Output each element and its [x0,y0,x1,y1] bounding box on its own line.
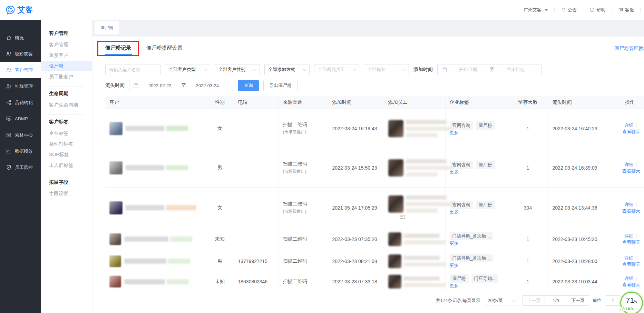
detail-link[interactable]: 详细 [624,255,633,261]
tab-zombie-fan-records[interactable]: 僵尸粉记录 [105,45,131,57]
view-chat-link[interactable]: 查看聊天 [622,208,640,213]
table-row: 未知 18630802346 扫描二维码 2022-03-23 07:33:18… [105,272,644,291]
divider: | [636,233,637,239]
sidebar-item-admp[interactable]: ADMP [0,111,41,127]
zombie-fan-guide-link[interactable]: 僵尸粉管理教程 [614,46,644,52]
submenu-item-duplicate-customers[interactable]: 重复客户 [49,50,92,61]
logo-bubble-icon [6,5,15,15]
page-ratio: 1/9 [545,295,567,306]
phone-value: 18630802346 [234,272,279,291]
help-button[interactable]: 帮助 [583,7,612,13]
customer-type-select[interactable]: 全部客户类型 [165,64,210,75]
col-header-added-time: 添加时间 [328,96,384,109]
sidebar-item-label: 素材中心 [15,132,33,138]
submenu-item-sop-tags[interactable]: SOP标签 [49,149,92,160]
view-chat-link[interactable]: 查看聊天 [622,282,640,287]
detail-link[interactable]: 详细 [624,202,633,207]
customer-gender-select[interactable]: 全部客户性别 [215,64,260,75]
detail-link[interactable]: 详细 [624,123,633,128]
submenu-item-customer-management[interactable]: 客户管理 [49,39,92,50]
next-page-button[interactable]: 下一页 [567,295,589,306]
sidebar-item-label: 概况 [15,35,24,41]
more-tags-link[interactable]: 更多 [450,283,459,288]
customer-name-blur [126,205,196,210]
customer-name-input[interactable] [105,64,160,75]
sidebar-item-acquisition[interactable]: 吸粉获客 [0,46,41,62]
announcements-button[interactable]: 公告 [555,7,583,13]
tag-pill: 官网咨询 [450,201,473,209]
customer-avatar-blur [109,233,121,245]
goto-page-input[interactable] [605,295,621,306]
submenu-item-field-settings[interactable]: 字段设置 [49,188,92,199]
content-tabs: 僵尸粉记录 僵尸粉提醒设置 僵尸粉管理教程 [105,45,644,64]
sidebar-item-risk-control[interactable]: 员工风控 [0,159,41,175]
sidebar-item-performance[interactable]: 数据绩效 [0,143,41,159]
added-time-value: 2022-03-23 07:35:20 [328,228,384,250]
submenu-item-corp-tags[interactable]: 企业标签 [49,128,92,139]
select-value: 全部客户类型 [169,67,196,73]
customer-avatar-blur [109,255,121,267]
download-progress-widget[interactable]: 71% ↓ 0.1K/s [620,292,643,313]
tag-pill: 僵尸粉 [450,274,469,283]
submenu-item-zombie-fans[interactable]: 僵尸粉 [41,61,92,71]
customer-name-blur [126,165,188,170]
search-button[interactable]: 查询 [238,80,259,91]
chevron-down-icon [253,67,257,71]
customer-avatar-blur [109,122,123,135]
phone-value [234,109,279,148]
view-chat-link[interactable]: 查看聊天 [622,168,640,173]
detail-link[interactable]: 详细 [624,162,633,167]
owner-employee-select[interactable]: 全部所属员工 [314,64,359,75]
sidebar-item-materials[interactable]: 素材中心 [0,127,41,143]
page-tab-zombie-fans[interactable]: 僵尸粉 [95,21,119,34]
view-chat-link[interactable]: 查看聊天 [622,129,640,134]
tab-zombie-fan-reminder-settings[interactable]: 僵尸粉提醒设置 [146,45,183,57]
support-button[interactable]: 客服 [612,7,640,13]
more-tags-link[interactable]: 更多 [450,241,459,246]
retention-days-value: 1 [508,228,548,250]
submenu-item-employee-deleted[interactable]: 员工删客户 [49,71,92,82]
divider: | [636,202,637,207]
export-zombie-fans-button[interactable]: 导出僵尸粉 [263,80,297,91]
main-content-card: 僵尸粉记录 僵尸粉提醒设置 僵尸粉管理教程 全部客户类型 全部客户性别 全部添加… [92,37,644,313]
employee-blur [388,159,441,176]
lost-time-value: 2022-03-24 16:40:23 [548,109,604,148]
view-chat-link[interactable]: 查看聊天 [622,240,640,245]
sidebar-item-overview[interactable]: 概况 [0,30,41,46]
sidebar-item-community[interactable]: 社群管理 [0,78,41,94]
add-time-label: 添加时间 [413,67,433,73]
source-value: 扫描二维码 [283,236,324,242]
customer-cell [109,255,202,267]
submenu-item-not-in-group-tags[interactable]: 未入群标签 [49,160,92,171]
detail-link[interactable]: 详细 [624,233,633,239]
customer-cell [109,276,202,287]
added-time-value: 2022-03-24 16:19:43 [328,109,384,148]
add-time-range-picker[interactable]: 开始日期 至 结束日期 [437,64,541,75]
tag-select[interactable]: 全部标签 [364,64,409,75]
prev-page-button[interactable]: 上一页 [523,295,545,306]
lost-time-value: 2022-03-23 10:45:20 [548,228,604,250]
more-tags-link[interactable]: 更多 [450,263,459,268]
app-logo: 艾客 [6,5,33,15]
home-icon [6,35,12,41]
source-value: 扫描二维码 [283,279,324,285]
submenu-item-condition-tags[interactable]: 条件打标签 [49,139,92,149]
retention-days-value: 1 [508,272,548,291]
workspace-switcher[interactable]: 广州艾客 [517,7,554,13]
add-method-select[interactable]: 全部添加方式 [264,64,310,75]
gender-value: 未知 [206,228,234,250]
submenu-item-lifecycle[interactable]: 客户生命周期 [49,100,92,110]
lost-time-range-picker[interactable]: 2022-02-22 至 2022-03-24 [129,80,233,91]
gender-value: 女 [206,109,234,148]
help-label: 帮助 [596,7,605,13]
sidebar-item-customer-management[interactable]: 客户管理 [0,62,41,78]
sidebar-item-marketing[interactable]: 营销转化 [0,94,41,111]
detail-link[interactable]: 详细 [624,276,633,281]
divider [48,86,84,87]
view-chat-link[interactable]: 查看聊天 [622,262,640,267]
pagination-bar: 共174条记录,每页显示 20条/页 上一页 1/9 下一页 前往 [105,295,644,306]
customer-cell [109,161,202,174]
support-label: 客服 [625,7,634,13]
page-size-select[interactable]: 20条/页 [484,296,519,305]
col-header-corp-tags: 企业标签 [445,96,508,109]
